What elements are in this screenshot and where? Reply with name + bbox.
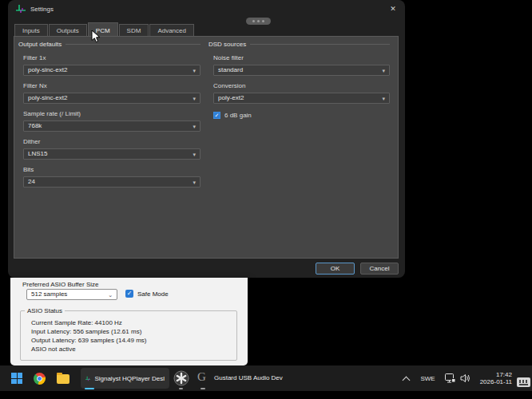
bits-field: Bits 24 ▾ xyxy=(23,166,200,188)
tab-pcm[interactable]: PCM xyxy=(88,22,118,36)
bits-label: Bits xyxy=(23,166,200,173)
output-defaults-label: Output defaults xyxy=(18,41,200,48)
safe-mode-checkbox[interactable]: ✓ xyxy=(125,290,133,298)
dither-field: Dither LNS15 ▾ xyxy=(23,138,200,160)
noise-filter-label: Noise filter xyxy=(213,54,390,61)
settings-titlebar[interactable]: Settings ✕ xyxy=(8,0,405,18)
gustard-taskbar-label[interactable]: Gustard USB Audio Dev xyxy=(214,374,283,381)
drag-handle-pill[interactable] xyxy=(246,18,271,25)
chevron-down-icon: ▾ xyxy=(382,68,385,73)
chevron-down-icon: ▾ xyxy=(193,68,196,73)
taskbar-left-icons xyxy=(11,365,69,391)
sample-rate-select[interactable]: 768k ▾ xyxy=(23,120,200,132)
tab-inputs[interactable]: Inputs xyxy=(14,24,48,36)
conversion-select[interactable]: poly-ext2 ▾ xyxy=(213,93,390,104)
output-defaults-group: Output defaults Filter 1x poly-sinc-ext2… xyxy=(18,41,200,188)
close-icon[interactable]: ✕ xyxy=(386,2,400,14)
taskbar: Signalyst HQPlayer Desl G Gustard USB Au… xyxy=(0,365,532,391)
clock-time: 17:42 xyxy=(480,371,512,378)
asio-control-panel: Preferred ASIO Buffer Size 512 samples ⌄… xyxy=(10,278,248,365)
hqplayer-taskbar-label: Signalyst HQPlayer Desl xyxy=(94,375,165,382)
chevron-down-icon: ▾ xyxy=(193,152,196,157)
asio-status-lines: Current Sample Rate: 44100 Hz Input Late… xyxy=(31,318,147,354)
status-output-latency: Output Latency: 639 samples (14.49 ms) xyxy=(31,336,147,345)
chevron-down-icon: ▾ xyxy=(193,124,196,129)
settings-dialog: Settings ✕ Inputs Outputs PCM SDM Advanc… xyxy=(8,0,405,278)
conversion-field: Conversion poly-ext2 ▾ xyxy=(213,82,390,104)
bits-select[interactable]: 24 ▾ xyxy=(23,176,200,188)
tray-overflow-chevron-icon[interactable] xyxy=(403,376,411,384)
touch-keyboard-icon[interactable] xyxy=(517,377,530,387)
language-indicator[interactable]: SWE xyxy=(420,375,435,382)
chevron-down-icon: ▾ xyxy=(382,96,385,101)
noise-filter-select[interactable]: standard ▾ xyxy=(213,65,390,76)
gain-checkbox-row: ✓ 6 dB gain xyxy=(213,112,390,119)
safe-mode-label: Safe Mode xyxy=(137,290,169,298)
filter-nx-label: Filter Nx xyxy=(23,82,200,89)
dialog-button-row: OK Cancel xyxy=(316,263,399,275)
dsd-sources-label: DSD sources xyxy=(208,41,390,48)
filter-1x-field: Filter 1x poly-sinc-ext2 ▾ xyxy=(23,54,200,76)
hqplayer-taskbar-button[interactable]: Signalyst HQPlayer Desl xyxy=(81,368,169,389)
dot xyxy=(262,20,264,22)
start-button-icon[interactable] xyxy=(11,373,22,384)
filter-nx-field: Filter Nx poly-sinc-ext2 ▾ xyxy=(23,82,200,104)
chevron-down-icon: ▾ xyxy=(193,96,196,101)
cancel-button[interactable]: Cancel xyxy=(360,263,399,275)
dither-select[interactable]: LNS15 ▾ xyxy=(23,148,200,160)
filter-1x-select[interactable]: poly-sinc-ext2 ▾ xyxy=(23,65,200,76)
status-sample-rate: Current Sample Rate: 44100 Hz xyxy=(31,318,147,327)
gain-checkbox[interactable]: ✓ xyxy=(213,112,220,119)
gain-checkbox-label: 6 dB gain xyxy=(224,112,252,119)
ok-button[interactable]: OK xyxy=(316,263,355,275)
filter-1x-label: Filter 1x xyxy=(23,54,200,61)
buffer-size-select[interactable]: 512 samples ⌄ xyxy=(26,289,117,300)
clock-date: 2026-01-11 xyxy=(480,378,512,385)
pcm-tab-panel: Output defaults Filter 1x poly-sinc-ext2… xyxy=(14,36,399,259)
hqplayer-icon xyxy=(85,373,90,385)
hqplayer-app-icon xyxy=(16,4,26,14)
dot xyxy=(252,20,255,22)
dot xyxy=(257,20,260,22)
chevron-down-icon: ⌄ xyxy=(108,292,113,298)
system-tray: SWE 17:42 2026-01-11 xyxy=(403,365,532,391)
asio-status-group: ASIO Status Current Sample Rate: 44100 H… xyxy=(20,310,237,361)
hqplayer-active-indicator xyxy=(85,388,94,389)
tab-advanced[interactable]: Advanced xyxy=(149,24,194,36)
noise-filter-field: Noise filter standard ▾ xyxy=(213,54,390,76)
file-explorer-icon[interactable] xyxy=(57,374,69,384)
settings-tabbar: Inputs Outputs PCM SDM Advanced xyxy=(14,22,194,36)
dialog-title: Settings xyxy=(30,6,54,13)
network-icon[interactable] xyxy=(445,373,455,383)
chrome-icon[interactable] xyxy=(34,373,46,385)
dsd-sources-group: DSD sources Noise filter standard ▾ Conv… xyxy=(208,41,390,119)
dither-label: Dither xyxy=(23,138,200,145)
asio-driver-active-indicator xyxy=(179,388,183,389)
taskbar-clock[interactable]: 17:42 2026-01-11 xyxy=(480,371,512,385)
gustard-active-indicator xyxy=(200,388,205,389)
asio-status-label: ASIO Status xyxy=(25,307,65,314)
speaker-icon[interactable] xyxy=(460,373,470,383)
gustard-icon[interactable]: G xyxy=(197,369,206,385)
sample-rate-label: Sample rate (/ Limit) xyxy=(23,110,200,117)
filter-nx-select[interactable]: poly-sinc-ext2 ▾ xyxy=(23,93,200,104)
conversion-label: Conversion xyxy=(213,82,390,89)
chevron-down-icon: ▾ xyxy=(193,180,196,185)
status-active: ASIO not active xyxy=(31,345,147,354)
buffer-size-label: Preferred ASIO Buffer Size xyxy=(22,281,98,288)
sample-rate-field: Sample rate (/ Limit) 768k ▾ xyxy=(23,110,200,132)
status-input-latency: Input Latency: 556 samples (12.61 ms) xyxy=(31,327,147,336)
desktop: Settings ✕ Inputs Outputs PCM SDM Advanc… xyxy=(0,0,532,399)
tab-sdm[interactable]: SDM xyxy=(119,24,149,36)
safe-mode-row: ✓ Safe Mode xyxy=(125,290,169,298)
asio-driver-icon[interactable] xyxy=(173,370,189,386)
tab-outputs[interactable]: Outputs xyxy=(49,24,87,36)
